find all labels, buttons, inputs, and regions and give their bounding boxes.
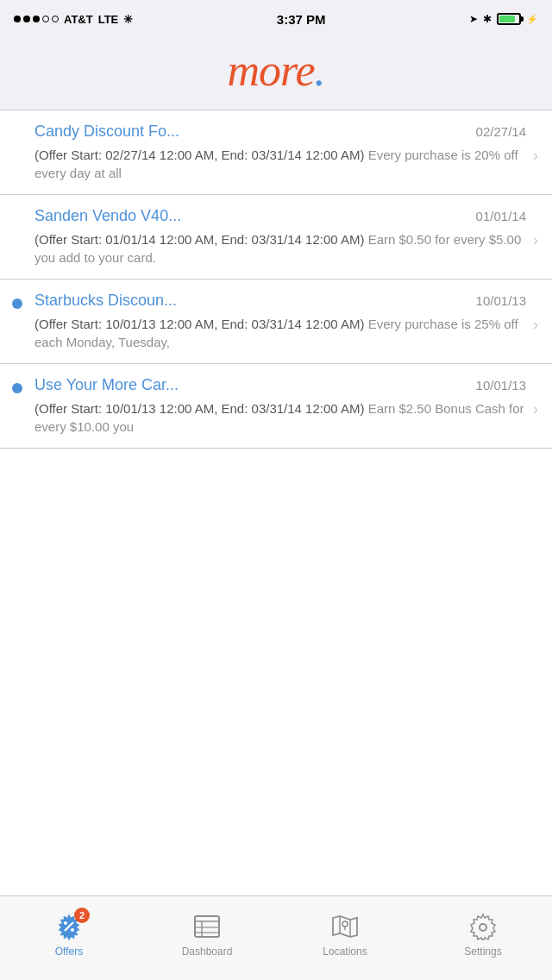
svg-point-11 [480, 924, 486, 931]
tab-settings[interactable]: Settings [414, 896, 552, 980]
battery-icon [497, 13, 521, 25]
signal-dot-1 [14, 16, 21, 22]
logo-dot: . [314, 46, 324, 95]
signal-dots [14, 16, 59, 22]
offer-title-row-3: Starbucks Discoun... 10/01/13 [34, 292, 526, 310]
svg-point-0 [64, 921, 67, 925]
tab-offers[interactable]: 2 Offers [0, 896, 138, 980]
tab-offers-label: Offers [55, 945, 83, 958]
offer-title-3: Starbucks Discoun... [34, 292, 177, 310]
signal-dot-3 [33, 16, 40, 22]
offer-desc-text-1: (Offer Start: 02/27/14 12:00 AM, End: 03… [34, 148, 364, 162]
locations-icon-svg [331, 913, 359, 940]
dashboard-icon-svg [193, 913, 221, 940]
offer-unread-dot-3 [12, 298, 22, 309]
offer-item-2[interactable]: Sanden Vendo V40... 01/01/14 (Offer Star… [0, 195, 552, 280]
tab-settings-label: Settings [464, 945, 501, 958]
app-logo: more. [228, 45, 325, 96]
offers-tab-icon: 2 [53, 911, 85, 942]
offers-list: Candy Discount Fo... 02/27/14 (Offer Sta… [0, 110, 552, 449]
offer-date-4: 10/01/13 [476, 378, 526, 393]
locations-tab-icon [329, 911, 361, 942]
offer-content-3: Starbucks Discoun... 10/01/13 (Offer Sta… [34, 292, 526, 351]
offer-title-row-1: Candy Discount Fo... 02/27/14 [34, 122, 526, 141]
tab-bar: 2 Offers Dashboard [0, 895, 552, 980]
tab-locations-label: Locations [323, 945, 367, 958]
tab-locations[interactable]: Locations [276, 896, 414, 980]
dashboard-tab-icon [191, 911, 223, 942]
signal-dot-2 [23, 16, 30, 22]
offer-description-2: (Offer Start: 01/01/14 12:00 AM, End: 03… [34, 230, 526, 267]
settings-tab-icon [467, 911, 499, 942]
svg-rect-3 [195, 916, 219, 937]
signal-dot-5 [52, 16, 59, 22]
offer-title-4: Use Your More Car... [34, 376, 179, 394]
signal-extra-icon: ✳︎ [123, 13, 133, 26]
offer-desc-text-3: (Offer Start: 10/01/13 12:00 AM, End: 03… [34, 317, 364, 331]
offer-title-1: Candy Discount Fo... [34, 122, 179, 141]
bluetooth-icon: ✱ [483, 13, 492, 25]
offer-item-3[interactable]: Starbucks Discoun... 10/01/13 (Offer Sta… [0, 280, 552, 364]
status-bar: AT&T LTE ✳︎ 3:37 PM ➤ ✱ ⚡ [0, 0, 552, 38]
offer-chevron-3: › [533, 316, 538, 334]
status-bar-left: AT&T LTE ✳︎ [14, 13, 133, 26]
carrier-label: AT&T [64, 13, 93, 26]
battery-fill [499, 16, 515, 22]
status-bar-right: ➤ ✱ ⚡ [469, 13, 538, 25]
offer-content-4: Use Your More Car... 10/01/13 (Offer Sta… [34, 376, 526, 436]
charging-icon: ⚡ [526, 14, 538, 25]
offer-desc-text-2: (Offer Start: 01/01/14 12:00 AM, End: 03… [34, 232, 364, 247]
offers-badge: 2 [74, 908, 90, 923]
offer-item-4[interactable]: Use Your More Car... 10/01/13 (Offer Sta… [0, 364, 552, 449]
tab-dashboard-label: Dashboard [182, 945, 233, 958]
offer-item-1[interactable]: Candy Discount Fo... 02/27/14 (Offer Sta… [0, 110, 552, 195]
main-content: Candy Discount Fo... 02/27/14 (Offer Sta… [0, 110, 552, 533]
svg-point-10 [342, 921, 348, 927]
offer-description-4: (Offer Start: 10/01/13 12:00 AM, End: 03… [34, 399, 526, 436]
offer-date-2: 01/01/14 [476, 209, 526, 223]
settings-icon-svg [469, 913, 497, 940]
offer-description-1: (Offer Start: 02/27/14 12:00 AM, End: 03… [34, 146, 526, 182]
offer-unread-dot-4 [12, 383, 22, 393]
offer-description-3: (Offer Start: 10/01/13 12:00 AM, End: 03… [34, 315, 526, 351]
offer-date-3: 10/01/13 [476, 293, 526, 308]
svg-point-1 [71, 928, 74, 932]
offer-title-row-4: Use Your More Car... 10/01/13 [34, 376, 526, 394]
offer-desc-text-4: (Offer Start: 10/01/13 12:00 AM, End: 03… [34, 401, 364, 416]
offer-chevron-1: › [533, 147, 538, 165]
offer-content-2: Sanden Vendo V40... 01/01/14 (Offer Star… [34, 207, 526, 267]
app-header: more. [0, 38, 552, 110]
offer-title-2: Sanden Vendo V40... [34, 207, 181, 225]
location-icon: ➤ [469, 13, 478, 25]
offer-content-1: Candy Discount Fo... 02/27/14 (Offer Sta… [34, 122, 526, 182]
offer-title-row-2: Sanden Vendo V40... 01/01/14 [34, 207, 526, 225]
network-label: LTE [98, 13, 119, 26]
logo-text: more [228, 46, 315, 95]
offer-chevron-2: › [533, 231, 538, 249]
tab-dashboard[interactable]: Dashboard [138, 896, 276, 980]
status-bar-time: 3:37 PM [277, 12, 326, 27]
signal-dot-4 [42, 16, 49, 22]
offer-date-1: 02/27/14 [476, 124, 526, 139]
offer-chevron-4: › [533, 400, 538, 418]
